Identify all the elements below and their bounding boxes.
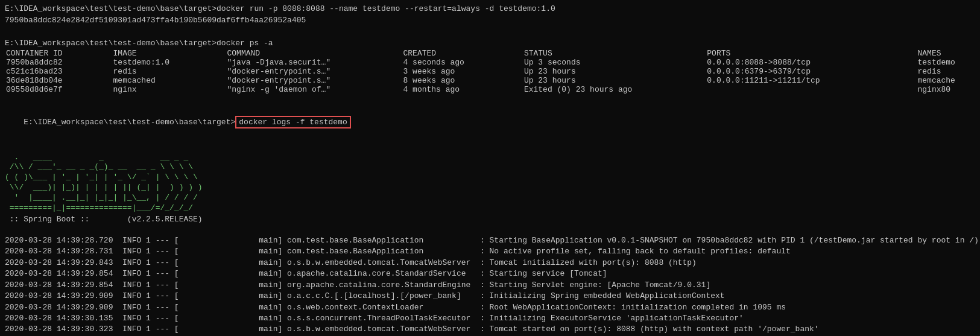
row1-command: "java -Djava.securit…" xyxy=(226,58,402,67)
log-line-7: 2020-03-28 14:39:29.909 INFO 1 --- [ mai… xyxy=(5,302,975,313)
col-status-header: STATUS xyxy=(523,49,706,58)
ps-row-4: 09558d8d6e7f nginx "nginx -g 'daemon of…… xyxy=(5,85,975,94)
col-command-header: COMMAND xyxy=(226,49,402,58)
row4-ports xyxy=(706,85,916,94)
hash-output: 7950ba8ddc824e2842df5109301ad473ffa4b190… xyxy=(5,15,975,27)
ps-table: CONTAINER ID IMAGE COMMAND CREATED STATU… xyxy=(5,49,975,94)
row1-image: testdemo:1.0 xyxy=(112,58,226,67)
row3-created: 8 weeks ago xyxy=(402,76,522,85)
log-line-2: 2020-03-28 14:39:28.731 INFO 1 --- [ mai… xyxy=(5,246,975,257)
spring-logo-line-4: \\/ ___)| |_)| | | | | || (_| | ) ) ) ) xyxy=(5,183,975,193)
row2-status: Up 23 hours xyxy=(523,67,706,76)
row2-id: c521c16bad23 xyxy=(5,67,112,76)
prompt-text: E:\IDEA_workspace\test\test-demo\base\ta… xyxy=(24,118,235,127)
col-image-header: IMAGE xyxy=(112,49,226,58)
blank-line-3 xyxy=(5,140,975,151)
log-line-8: 2020-03-28 14:39:30.135 INFO 1 --- [ mai… xyxy=(5,313,975,324)
ps-row-1: 7950ba8ddc82 testdemo:1.0 "java -Djava.s… xyxy=(5,58,975,67)
ps-header-row: CONTAINER ID IMAGE COMMAND CREATED STATU… xyxy=(5,49,975,58)
log-line-5: 2020-03-28 14:39:29.854 INFO 1 --- [ mai… xyxy=(5,280,975,291)
row2-command: "docker-entrypoint.s…" xyxy=(226,67,402,76)
ps-row-3: 36de818db04e memcached "docker-entrypoin… xyxy=(5,76,975,85)
spring-logo-line-3: ( ( )\___ | '_ | '_| | '_ \/ _` | \ \ \ … xyxy=(5,173,975,183)
log-line-6: 2020-03-28 14:39:29.909 INFO 1 --- [ mai… xyxy=(5,291,975,302)
log-line-1: 2020-03-28 14:39:28.720 INFO 1 --- [ mai… xyxy=(5,235,975,246)
row4-command: "nginx -g 'daemon of…" xyxy=(226,85,402,94)
row3-command: "docker-entrypoint.s…" xyxy=(226,76,402,85)
log-line-4: 2020-03-28 14:39:29.854 INFO 1 --- [ mai… xyxy=(5,268,975,279)
row3-image: memcached xyxy=(112,76,226,85)
spring-logo-line-1: . ____ _ __ _ _ xyxy=(5,153,975,163)
row3-name: memcache xyxy=(917,76,976,85)
blank-line-4 xyxy=(5,224,975,235)
col-container-id-header: CONTAINER ID xyxy=(5,49,112,58)
row2-created: 3 weeks ago xyxy=(402,67,522,76)
row4-image: nginx xyxy=(112,85,226,94)
col-created-header: CREATED xyxy=(402,49,522,58)
spring-logo: . ____ _ __ _ _ /\\ / ___'_ __ _ _(_)_ _… xyxy=(5,153,975,214)
row3-id: 36de818db04e xyxy=(5,76,112,85)
row1-id: 7950ba8ddc82 xyxy=(5,58,112,67)
cmd-line-logs: E:\IDEA_workspace\test\test-demo\base\ta… xyxy=(5,106,975,140)
cmd-line-2: E:\IDEA_workspace\test\test-demo\base\ta… xyxy=(5,38,975,49)
row4-status: Exited (0) 23 hours ago xyxy=(523,85,706,94)
row2-name: redis xyxy=(917,67,976,76)
row3-status: Up 23 hours xyxy=(523,76,706,85)
cmd-line-1: E:\IDEA_workspace\test\test-demo\base\ta… xyxy=(5,4,975,15)
spring-tagline: :: Spring Boot :: (v2.2.5.RELEASE) xyxy=(5,215,975,224)
row1-status: Up 3 seconds xyxy=(523,58,706,67)
col-names-header: NAMES xyxy=(917,49,976,58)
row4-name: nginx80 xyxy=(917,85,976,94)
row1-name: testdemo xyxy=(917,58,976,67)
spring-logo-line-5: ' |____| .__|_| |_|_| |_\__, | / / / / xyxy=(5,193,975,203)
log-line-3: 2020-03-28 14:39:29.843 INFO 1 --- [ mai… xyxy=(5,258,975,268)
row2-ports: 0.0.0.0:6379->6379/tcp xyxy=(706,67,916,76)
spring-logo-line-2: /\\ / ___'_ __ _ _(_)_ __ __ _ \ \ \ \ xyxy=(5,162,975,173)
row4-id: 09558d8d6e7f xyxy=(5,85,112,94)
row4-created: 4 months ago xyxy=(402,85,522,94)
log-line-9: 2020-03-28 14:39:30.323 INFO 1 --- [ mai… xyxy=(5,324,975,335)
spring-logo-line-6: =========|_|==============|___/=/_/_/_/ xyxy=(5,203,975,214)
row1-ports: 0.0.0.0:8088->8088/tcp xyxy=(706,58,916,67)
col-ports-header: PORTS xyxy=(706,49,916,58)
row2-image: redis xyxy=(112,67,226,76)
blank-line-1 xyxy=(5,27,975,38)
row3-ports: 0.0.0.0:11211->11211/tcp xyxy=(706,76,916,85)
terminal-window: E:\IDEA_workspace\test\test-demo\base\ta… xyxy=(0,0,980,336)
ps-row-2: c521c16bad23 redis "docker-entrypoint.s…… xyxy=(5,67,975,76)
docker-logs-cmd: docker logs -f testdemo xyxy=(235,116,350,128)
row1-created: 4 seconds ago xyxy=(402,58,522,67)
blank-line-2 xyxy=(5,94,975,106)
